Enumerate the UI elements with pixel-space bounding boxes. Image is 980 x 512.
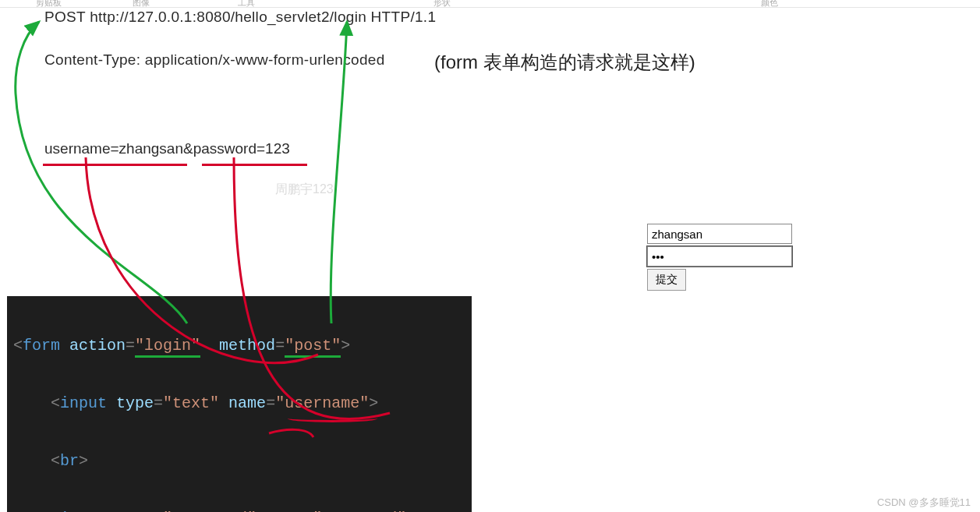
code-username-value: "username" (275, 394, 369, 412)
password-input[interactable] (647, 246, 792, 267)
footer-credit: CSDN @多多睡觉11 (877, 496, 971, 510)
watermark-author: 周鹏宇123 (275, 182, 334, 198)
underline-password-body (202, 164, 307, 166)
http-content-type: Content-Type: application/x-www-form-url… (44, 50, 436, 71)
code-line-input-text: <input type="text" name="username"> (13, 389, 465, 418)
http-request-line: POST http://127.0.0.1:8080/hello_servlet… (44, 7, 436, 28)
submit-button[interactable]: 提交 (647, 269, 686, 291)
ribbon-colors-label: 颜色 (761, 0, 778, 9)
code-action-value: "login" (135, 337, 200, 358)
annotation-text: (form 表单构造的请求就是这样) (434, 50, 695, 75)
http-body-line: username=zhangsan&password=123 (44, 139, 290, 160)
form-preview: 提交 (647, 224, 792, 291)
username-input[interactable] (647, 224, 792, 244)
underline-username-body (43, 164, 187, 166)
code-line-form-open: <form action="login" method="post"> (13, 331, 465, 360)
code-line-br1: <br> (13, 447, 465, 475)
http-request-block: POST http://127.0.0.1:8080/hello_servlet… (44, 7, 436, 160)
html-code-block: <form action="login" method="post"> <inp… (7, 296, 472, 512)
code-line-input-password: <input type="password" name="password" (13, 504, 465, 512)
code-method-value: "post" (285, 337, 341, 358)
ribbon-shapes-label: 形状 (433, 0, 451, 9)
red-underline-username-code (288, 415, 377, 422)
http-body-text: username=zhangsan&password=123 (44, 140, 290, 157)
